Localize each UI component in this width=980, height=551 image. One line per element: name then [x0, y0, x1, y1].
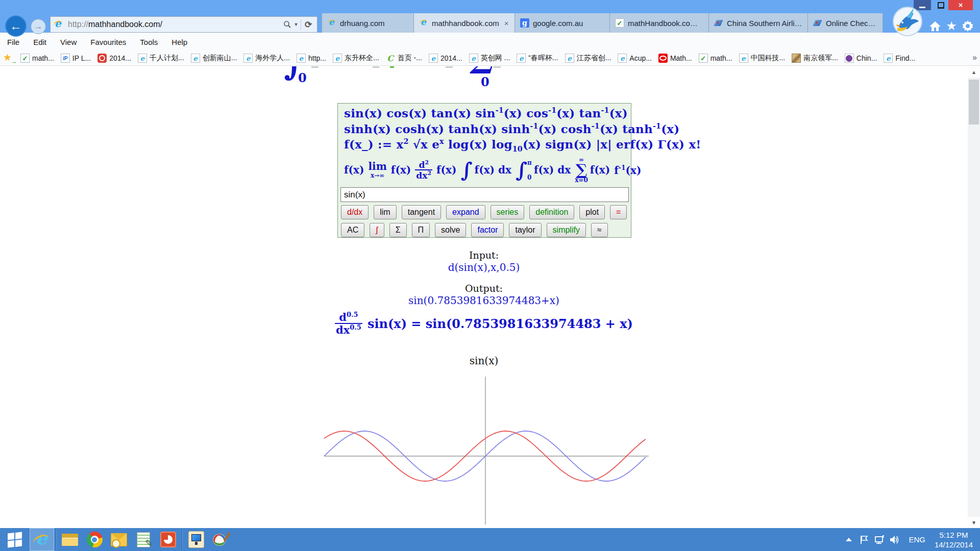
favourite-label: Math...: [670, 54, 692, 62]
taskbar-notes-icon[interactable]: [131, 528, 156, 551]
taskbar-explorer-icon[interactable]: [58, 528, 82, 551]
calc-button-lim[interactable]: lim: [374, 205, 396, 219]
back-button[interactable]: ←: [5, 15, 27, 37]
menu-tools[interactable]: Tools: [140, 38, 158, 46]
taskbar-paint-icon[interactable]: [208, 528, 233, 551]
favourite-label: math...: [32, 54, 54, 62]
favourite-item[interactable]: 英创网 ...: [469, 54, 510, 63]
calc-button-Σ[interactable]: Σ: [389, 223, 407, 237]
search-icon[interactable]: [282, 18, 293, 31]
menu-file[interactable]: File: [7, 38, 19, 46]
favourite-item[interactable]: 创新南山...: [191, 54, 237, 63]
calc-button-simplify[interactable]: simplify: [547, 223, 586, 237]
network-icon[interactable]: [872, 528, 887, 551]
math-token: f(x): [436, 164, 456, 176]
favourite-item[interactable]: 首页 -...: [386, 54, 422, 63]
taskbar-outlook-icon[interactable]: [107, 528, 131, 551]
favourite-item[interactable]: 千人计划...: [138, 54, 184, 63]
scroll-down-arrow[interactable]: ▼: [968, 517, 980, 528]
refresh-icon[interactable]: ⟳: [303, 18, 314, 31]
favourite-item[interactable]: IP L...: [61, 54, 91, 63]
favourite-item[interactable]: math...: [20, 54, 54, 63]
menu-favourites[interactable]: Favourites: [90, 38, 126, 46]
ie-page-icon: [54, 19, 64, 30]
favourite-item[interactable]: 南京领军...: [792, 54, 838, 63]
address-dropdown-icon[interactable]: ▼: [293, 18, 299, 31]
clock[interactable]: 5:12 PM 14/12/2014: [932, 530, 980, 549]
favourite-item[interactable]: 海外学人...: [243, 54, 290, 63]
oracle-favicon: [658, 54, 668, 63]
show-hidden-icons[interactable]: [841, 528, 856, 551]
iedoc-favicon: [565, 54, 574, 63]
taskbar-powerpoint-icon[interactable]: [156, 528, 180, 551]
calc-button-plot[interactable]: plot: [579, 205, 605, 219]
calc-button-factor[interactable]: factor: [471, 223, 504, 237]
calc-button-Π[interactable]: Π: [412, 223, 430, 237]
tab-google-com-au[interactable]: ggoogle.com.au: [514, 13, 609, 33]
favourite-item[interactable]: http...: [297, 54, 326, 63]
cs-favicon: [714, 18, 723, 28]
language-indicator[interactable]: ENG: [902, 535, 932, 544]
formula-fraction: d0.5 dx0.5: [335, 311, 362, 336]
menu-help[interactable]: Help: [172, 38, 187, 46]
forward-button[interactable]: →: [31, 19, 46, 34]
favourite-label: IP L...: [72, 54, 91, 62]
favourite-item[interactable]: Find...: [884, 54, 915, 63]
calc-button-d/dx[interactable]: d/dx: [341, 205, 369, 219]
tab-mathhandbook-com[interactable]: mathhandbook.com×: [413, 13, 514, 33]
settings-gear-icon[interactable]: [961, 19, 975, 33]
calc-button-taylor[interactable]: taylor: [509, 223, 541, 237]
favourite-item[interactable]: Chin...: [845, 54, 877, 63]
taskbar-separator: [182, 529, 182, 550]
tab-drhuang-com[interactable]: drhuang.com: [322, 13, 413, 33]
favourite-label: Acup...: [629, 54, 652, 62]
favourite-item[interactable]: 中国科技...: [739, 54, 786, 63]
calc-button-expand[interactable]: expand: [446, 205, 485, 219]
expression-input[interactable]: [340, 187, 629, 202]
favourite-item[interactable]: math...: [699, 54, 732, 63]
tab-close-icon[interactable]: ×: [504, 19, 509, 28]
scroll-thumb[interactable]: [969, 80, 979, 124]
math-token: f-1(x): [614, 164, 641, 177]
menu-view[interactable]: View: [60, 38, 77, 46]
volume-icon[interactable]: [887, 528, 902, 551]
vertical-scrollbar[interactable]: ▲ ▼: [968, 66, 980, 528]
tab-china-southern-airline-[interactable]: China Southern Airline...: [708, 13, 807, 33]
favourites-bar-icon[interactable]: [3, 53, 16, 63]
calc-button-solve[interactable]: solve: [435, 223, 466, 237]
favourite-item[interactable]: “春晖杯...: [517, 54, 558, 63]
favourite-item[interactable]: 江苏省创...: [565, 54, 611, 63]
page-content: ∫0 ∑ 0 sin(x) cos(x) tan(x) sin-1(x) cos…: [0, 66, 968, 528]
favorites-star-icon[interactable]: ★: [944, 19, 959, 33]
favourite-item[interactable]: 东升杯全...: [333, 54, 379, 63]
close-button[interactable]: ×: [948, 0, 973, 10]
menu-edit[interactable]: Edit: [33, 38, 46, 46]
home-icon[interactable]: [928, 19, 942, 33]
calc-button-=[interactable]: =: [610, 205, 627, 219]
favourites-overflow-chevron[interactable]: »: [972, 53, 977, 62]
action-center-flag-icon[interactable]: [856, 528, 872, 551]
favourite-item[interactable]: 2014...: [97, 54, 131, 63]
tab-mathhandbook-com-[interactable]: mathHandbook.com -...: [609, 13, 708, 33]
calc-button-∫[interactable]: ∫: [370, 223, 384, 237]
calc-button-series[interactable]: series: [491, 205, 525, 219]
taskbar-ie-icon[interactable]: [30, 528, 54, 551]
favourite-item[interactable]: Acup...: [618, 54, 652, 63]
address-url[interactable]: http://mathhandbook.com/: [68, 20, 282, 29]
taskbar-monitor-icon[interactable]: [184, 528, 208, 551]
calc-button-tangent[interactable]: tangent: [402, 205, 441, 219]
calculator-panel: sin(x) cos(x) tan(x) sin-1(x) cos-1(x) t…: [337, 103, 631, 238]
bird-logo: [891, 6, 924, 37]
start-button[interactable]: [0, 528, 30, 551]
calc-button-definition[interactable]: definition: [529, 205, 574, 219]
taskbar-chrome-icon[interactable]: [82, 528, 107, 551]
scroll-up-arrow[interactable]: ▲: [968, 66, 980, 78]
calc-button-≈[interactable]: ≈: [591, 223, 608, 237]
calc-button-AC[interactable]: AC: [341, 223, 364, 237]
restore-button[interactable]: [934, 0, 947, 10]
favourite-item[interactable]: 2014...: [429, 54, 462, 63]
tab-online-check-in[interactable]: Online Check-in: [807, 13, 883, 33]
address-bar[interactable]: http://mathhandbook.com/ ▼ ⟳: [50, 16, 317, 33]
restore-icon: [938, 3, 944, 8]
favourite-item[interactable]: Math...: [658, 54, 692, 63]
